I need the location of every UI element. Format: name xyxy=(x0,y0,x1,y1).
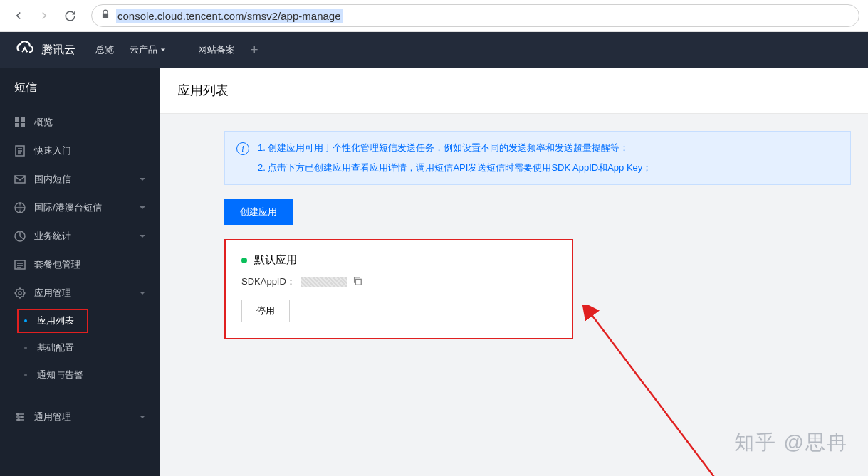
sidebar-title: 短信 xyxy=(0,68,160,108)
brand-name: 腾讯云 xyxy=(41,43,75,58)
sidebar-item-label: 应用管理 xyxy=(34,287,130,300)
svg-line-14 xyxy=(590,313,740,476)
sidebar: 短信 概览 快速入门 国内短信 国际/港澳台短信 业务统计 套餐包管理 xyxy=(0,68,160,476)
gear-icon xyxy=(14,287,26,299)
browser-toolbar: console.cloud.tencent.com/smsv2/app-mana… xyxy=(0,0,868,32)
sidebar-sub-label: 应用列表 xyxy=(37,314,74,327)
sidebar-item-label: 通用管理 xyxy=(34,411,130,423)
copy-icon[interactable] xyxy=(352,276,362,288)
info-banner: i 1. 创建应用可用于个性化管理短信发送任务，例如设置不同的发送频率和发送超量… xyxy=(224,131,851,185)
info-line-2: 2. 点击下方已创建应用查看应用详情，调用短信API发送短信时需要使用SDK A… xyxy=(258,162,652,174)
nav-products[interactable]: 云产品 xyxy=(130,43,166,56)
svg-point-11 xyxy=(21,416,23,418)
sdk-appid-label: SDKAppID： xyxy=(241,275,296,288)
svg-rect-2 xyxy=(15,123,19,127)
svg-point-12 xyxy=(18,419,20,421)
svg-rect-0 xyxy=(15,117,19,122)
svg-point-10 xyxy=(17,413,19,416)
info-line-1: 1. 创建应用可用于个性化管理短信发送任务，例如设置不同的发送频率和发送超量提醒… xyxy=(258,142,652,154)
nav-products-label: 云产品 xyxy=(130,43,157,56)
svg-rect-3 xyxy=(21,123,25,127)
globe-icon xyxy=(14,202,26,213)
page-body: i 1. 创建应用可用于个性化管理短信发送任务，例如设置不同的发送频率和发送超量… xyxy=(160,114,868,476)
mail-icon xyxy=(14,174,26,185)
nav-overview[interactable]: 总览 xyxy=(95,43,114,56)
sidebar-item-label: 业务统计 xyxy=(34,230,130,243)
sidebar-sub-alerts[interactable]: 通知与告警 xyxy=(0,361,160,388)
top-header: 腾讯云 总览 云产品 网站备案 + xyxy=(0,32,868,68)
sidebar-item-domestic-sms[interactable]: 国内短信 xyxy=(0,165,160,194)
sidebar-item-statistics[interactable]: 业务统计 xyxy=(0,222,160,250)
sidebar-item-overview[interactable]: 概览 xyxy=(0,108,160,137)
chevron-down-icon xyxy=(139,412,146,423)
chevron-down-icon xyxy=(160,47,166,53)
tencent-cloud-icon xyxy=(14,38,34,61)
sliders-icon xyxy=(14,411,26,423)
sidebar-item-general[interactable]: 通用管理 xyxy=(0,403,160,431)
sdk-appid-value-redacted xyxy=(301,277,347,287)
add-tab-button[interactable]: + xyxy=(251,43,258,58)
sidebar-item-label: 国内短信 xyxy=(34,173,130,186)
svg-rect-1 xyxy=(21,117,25,122)
nav-beian[interactable]: 网站备案 xyxy=(198,43,235,56)
disable-button[interactable]: 停用 xyxy=(241,300,290,322)
nav-divider xyxy=(182,44,182,55)
svg-rect-13 xyxy=(355,279,361,285)
sidebar-item-packages[interactable]: 套餐包管理 xyxy=(0,250,160,279)
chart-icon xyxy=(14,231,26,242)
sidebar-sub-label: 基础配置 xyxy=(37,342,74,354)
page-title: 应用列表 xyxy=(177,82,851,99)
chevron-down-icon xyxy=(139,203,146,213)
list-icon xyxy=(14,259,26,270)
sidebar-item-quickstart[interactable]: 快速入门 xyxy=(0,137,160,165)
sidebar-sub-label: 通知与告警 xyxy=(37,369,83,381)
sidebar-item-intl-sms[interactable]: 国际/港澳台短信 xyxy=(0,194,160,222)
address-bar[interactable]: console.cloud.tencent.com/smsv2/app-mana… xyxy=(91,4,859,27)
sidebar-item-label: 快速入门 xyxy=(34,144,146,157)
svg-point-9 xyxy=(19,292,21,295)
annotation-arrow xyxy=(576,305,761,476)
sidebar-sub-app-list[interactable]: 应用列表 xyxy=(0,307,160,334)
status-dot-active xyxy=(241,258,247,263)
grid-icon xyxy=(14,117,26,128)
forward-button[interactable] xyxy=(34,6,54,26)
chevron-down-icon xyxy=(139,231,146,242)
back-button[interactable] xyxy=(9,6,28,26)
logo[interactable]: 腾讯云 xyxy=(14,38,75,61)
content-area: 应用列表 i 1. 创建应用可用于个性化管理短信发送任务，例如设置不同的发送频率… xyxy=(160,68,868,476)
sidebar-sub-basic-config[interactable]: 基础配置 xyxy=(0,334,160,361)
sidebar-item-label: 概览 xyxy=(34,116,146,129)
sidebar-item-label: 国际/港澳台短信 xyxy=(34,201,130,214)
lock-icon xyxy=(100,9,110,22)
app-name: 默认应用 xyxy=(254,253,297,267)
doc-icon xyxy=(14,145,26,157)
sidebar-item-app-management[interactable]: 应用管理 xyxy=(0,279,160,307)
url-text[interactable]: console.cloud.tencent.com/smsv2/app-mana… xyxy=(116,9,343,23)
sidebar-item-label: 套餐包管理 xyxy=(34,258,146,271)
page-header: 应用列表 xyxy=(160,68,868,114)
svg-rect-5 xyxy=(15,176,25,183)
chevron-down-icon xyxy=(139,174,146,185)
info-icon: i xyxy=(236,142,249,155)
top-nav: 总览 云产品 网站备案 + xyxy=(95,43,258,58)
app-card[interactable]: 默认应用 SDKAppID： 停用 xyxy=(224,239,573,339)
create-app-button[interactable]: 创建应用 xyxy=(224,199,293,225)
reload-button[interactable] xyxy=(60,6,80,26)
chevron-down-icon xyxy=(139,288,146,299)
